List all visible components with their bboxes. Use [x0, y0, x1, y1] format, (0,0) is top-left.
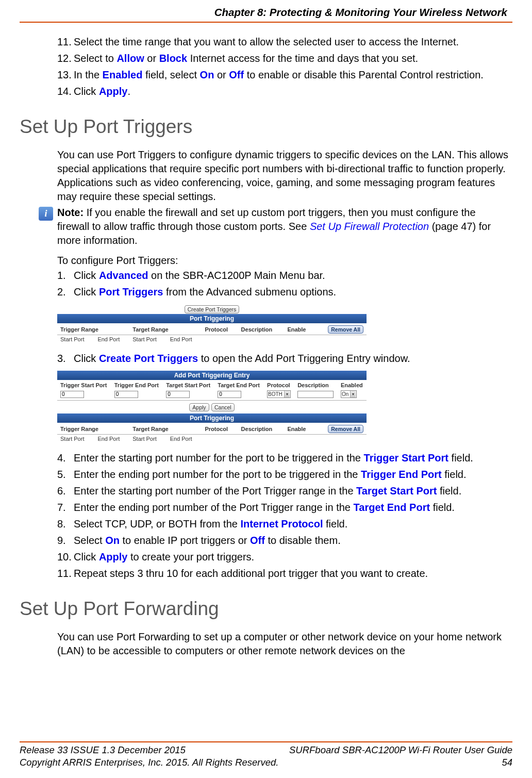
enabled-value: On [342, 391, 348, 397]
step-body: Enter the ending port number of the Port… [74, 501, 508, 515]
th-start-port-4: Start Port [129, 435, 167, 444]
step-body: Select the time range that you want to a… [74, 35, 508, 49]
step-body: Enter the starting port number for the p… [74, 451, 508, 465]
note-prefix: Note: [57, 207, 84, 218]
create-port-triggers-button[interactable]: Create Port Triggers [185, 305, 240, 313]
description-input[interactable] [297, 391, 334, 398]
emphasis-term: Trigger Start Port [364, 452, 448, 464]
text-run: Enter the ending port number of the Port… [74, 502, 354, 513]
page-footer: Release 33 ISSUE 1.3 December 2015 Copyr… [20, 741, 512, 769]
text-run: on the SBR-AC1200P Main Menu bar. [148, 270, 325, 281]
step-number: 11. [57, 567, 74, 581]
step-body: Select On to enable IP port triggers or … [74, 534, 508, 548]
text-run: Enter the ending port number for the por… [74, 469, 361, 480]
th-start-port-3: Start Port [57, 435, 94, 444]
link-setup-firewall[interactable]: Set Up Firewall Protection [310, 221, 429, 232]
text-run: Select TCP, UDP, or BOTH from the [74, 518, 240, 529]
footer-release: Release 33 ISSUE 1.3 December 2015 [20, 744, 278, 756]
cancel-button[interactable]: Cancel [211, 403, 235, 411]
text-run: Enter the starting port number for the p… [74, 452, 364, 464]
text-run: Enter the starting port number of the Po… [74, 485, 356, 496]
step-body: Repeat steps 3 thru 10 for each addition… [74, 567, 508, 581]
step-number: 12. [57, 52, 74, 65]
remove-all-button-1[interactable]: Remove All [328, 325, 363, 334]
step-body: Click Apply. [74, 85, 508, 98]
target-start-port-input[interactable] [166, 391, 190, 398]
step-body: Enter the starting port number of the Po… [74, 484, 508, 498]
info-icon: i [39, 207, 53, 221]
text-run: to create your port triggers. [127, 551, 254, 562]
config-lead: To configure Port Triggers: [57, 254, 508, 268]
step-body: In the Enabled field, select On or Off t… [74, 68, 508, 82]
emphasis-term: Advanced [99, 270, 148, 281]
step-body: Click Apply to create your port triggers… [74, 550, 508, 564]
text-run: field. [448, 452, 473, 464]
step-body: Click Create Port Triggers to open the A… [74, 352, 508, 366]
list-item: 13.In the Enabled field, select On or Of… [57, 68, 508, 82]
step-body: Click Port Triggers from the Advanced su… [74, 285, 508, 299]
section2-intro: You can use Port Forwarding to set up a … [57, 630, 508, 658]
list-item: 7.Enter the ending port number of the Po… [57, 501, 508, 515]
top-steps-list: 11.Select the time range that you want t… [57, 35, 508, 98]
th-trigger-range-2: Trigger Range [57, 423, 129, 435]
steps-a-list: 1.Click Advanced on the SBR-AC1200P Main… [57, 269, 508, 299]
th-enable-3: Enable [284, 423, 315, 435]
emphasis-term: On [200, 69, 214, 80]
text-run: Click [74, 270, 99, 281]
remove-all-button-2[interactable]: Remove All [328, 425, 363, 433]
chapter-header: Chapter 8: Protecting & Monitoring Your … [20, 6, 512, 19]
step-body: Select to Allow or Block Internet access… [74, 52, 508, 65]
enabled-select[interactable]: On▾ [341, 390, 357, 398]
emphasis-term: Apply [99, 86, 128, 97]
step-number: 8. [57, 517, 74, 531]
target-end-port-input[interactable] [218, 391, 241, 398]
text-run: Select [74, 535, 105, 546]
th-end-port-1: End Port [94, 335, 129, 345]
emphasis-term: Allow [117, 53, 144, 64]
text-run: Click [74, 86, 99, 97]
emphasis-term: Block [159, 53, 187, 64]
section-title-port-triggers: Set Up Port Triggers [20, 116, 512, 138]
emphasis-term: Apply [99, 551, 128, 562]
step-number: 4. [57, 451, 74, 465]
list-item: 12.Select to Allow or Block Internet acc… [57, 52, 508, 65]
text-run: Select the time range that you want to a… [74, 36, 459, 47]
band-port-triggering-1: Port Triggering [57, 314, 367, 323]
text-run: Select to [74, 53, 117, 64]
th-protocol-3: Protocol [202, 423, 238, 435]
list-item: 9.Select On to enable IP port triggers o… [57, 534, 508, 548]
step-number: 11. [57, 35, 74, 49]
protocol-select[interactable]: BOTH▾ [267, 390, 291, 398]
th-trigger-end-port: Trigger End Port [111, 380, 163, 389]
apply-button[interactable]: Apply [189, 403, 209, 411]
trigger-start-port-input[interactable] [60, 391, 84, 398]
text-run: Click [74, 551, 99, 562]
th-end-port-2: End Port [167, 335, 202, 345]
text-run: to enable IP port triggers or [120, 535, 250, 546]
th-end-port-4: End Port [167, 435, 202, 444]
emphasis-term: Internet Protocol [240, 518, 323, 529]
th-enabled-2: Enabled [338, 380, 367, 389]
text-run: field. [442, 469, 467, 480]
step-number: 6. [57, 484, 74, 498]
text-run: or [214, 69, 229, 80]
band-port-triggering-2: Port Triggering [57, 413, 367, 423]
list-item: 10.Click Apply to create your port trigg… [57, 550, 508, 564]
text-run: Click [74, 353, 99, 364]
th-protocol: Protocol [202, 323, 238, 335]
th-target-end-port: Target End Port [214, 380, 264, 389]
th-target-start-port: Target Start Port [163, 380, 214, 389]
text-run: Repeat steps 3 thru 10 for each addition… [74, 568, 428, 579]
th-enable: Enable [284, 323, 315, 335]
list-item: 4.Enter the starting port number for the… [57, 451, 508, 465]
text-run: from the Advanced submenu options. [163, 286, 336, 297]
step-number: 13. [57, 68, 74, 82]
trigger-end-port-input[interactable] [114, 391, 138, 398]
emphasis-term: Port Triggers [99, 286, 163, 297]
text-run: field, select [142, 69, 200, 80]
th-protocol-2: Protocol [264, 380, 294, 389]
th-start-port-2: Start Port [129, 335, 167, 345]
text-run: In the [74, 69, 103, 80]
list-item: 2.Click Port Triggers from the Advanced … [57, 285, 508, 299]
step-number: 5. [57, 468, 74, 482]
